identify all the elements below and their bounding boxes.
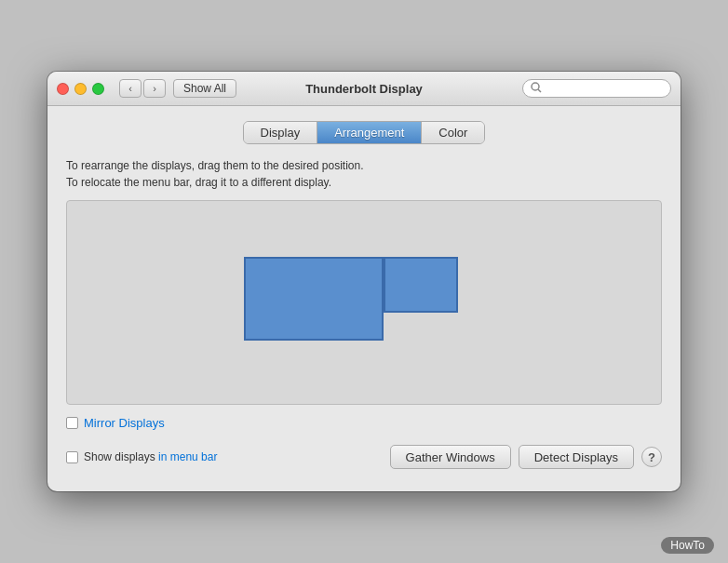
- search-icon: [531, 82, 542, 96]
- bottom-bar: Show displays in menu bar Gather Windows…: [66, 445, 662, 476]
- close-button[interactable]: [57, 83, 69, 95]
- display-monitor-secondary[interactable]: [384, 257, 458, 313]
- show-in-menu-bar-checkbox[interactable]: [66, 451, 78, 463]
- maximize-button[interactable]: [92, 83, 104, 95]
- mirror-displays-row: Mirror Displays: [66, 416, 662, 430]
- titlebar: ‹ › Show All Thunderbolt Display: [47, 72, 681, 106]
- display-monitor-primary[interactable]: [244, 257, 384, 341]
- tab-display[interactable]: Display: [244, 122, 318, 143]
- detect-displays-button[interactable]: Detect Displays: [519, 445, 634, 469]
- svg-point-0: [532, 83, 539, 90]
- mirror-displays-checkbox[interactable]: [66, 417, 78, 429]
- show-in-menu-bar-row: Show displays in menu bar: [66, 450, 217, 463]
- search-bar[interactable]: [522, 79, 671, 98]
- tab-color[interactable]: Color: [422, 122, 484, 143]
- content-area: Display Arrangement Color To rearrange t…: [47, 106, 681, 491]
- instruction-line2: To relocate the menu bar, drag it to a d…: [66, 174, 662, 191]
- action-buttons: Gather Windows Detect Displays ?: [390, 445, 662, 469]
- tab-arrangement[interactable]: Arrangement: [317, 122, 422, 143]
- display-canvas: [66, 200, 662, 405]
- main-window: ‹ › Show All Thunderbolt Display Display…: [47, 72, 681, 491]
- svg-line-1: [538, 89, 541, 92]
- show-in-menu-bar-label: Show displays in menu bar: [84, 450, 217, 463]
- gather-windows-button[interactable]: Gather Windows: [390, 445, 511, 469]
- window-title: Thunderbolt Display: [305, 82, 423, 96]
- search-input[interactable]: [546, 82, 663, 95]
- instruction-line1: To rearrange the displays, drag them to …: [66, 157, 662, 174]
- mirror-displays-label[interactable]: Mirror Displays: [84, 416, 165, 430]
- help-button[interactable]: ?: [641, 447, 662, 467]
- minimize-button[interactable]: [74, 83, 87, 95]
- nav-buttons: ‹ ›: [119, 79, 166, 98]
- forward-button[interactable]: ›: [143, 79, 166, 98]
- traffic-lights: [57, 83, 104, 95]
- show-all-button[interactable]: Show All: [173, 79, 236, 98]
- howto-badge[interactable]: HowTo: [661, 537, 714, 554]
- tab-group: Display Arrangement Color: [66, 121, 662, 144]
- instructions: To rearrange the displays, drag them to …: [66, 157, 662, 191]
- back-button[interactable]: ‹: [119, 79, 142, 98]
